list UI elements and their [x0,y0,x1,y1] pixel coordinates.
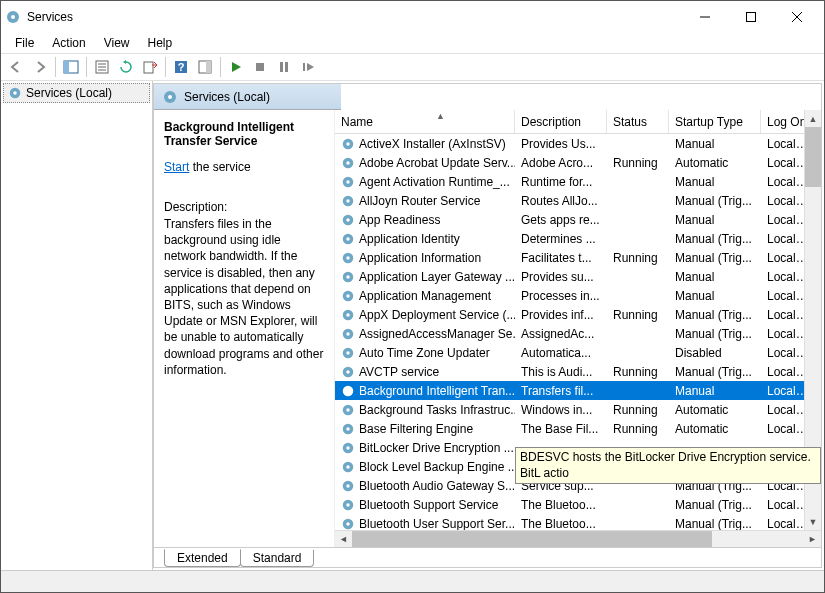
action-pane-button[interactable] [194,56,216,78]
service-name: AVCTP service [359,365,439,379]
service-row[interactable]: AllJoyn Router ServiceRoutes AllJo...Man… [335,191,821,210]
tree-root[interactable]: Services (Local) [3,83,150,103]
service-row[interactable]: Application Layer Gateway ...Provides su… [335,267,821,286]
svg-rect-19 [285,62,288,72]
tree-pane: Services (Local) [1,81,153,570]
svg-point-24 [168,95,172,99]
svg-text:?: ? [178,61,185,73]
menu-view[interactable]: View [96,34,138,52]
back-button[interactable] [5,56,27,78]
service-row[interactable]: Adobe Acrobat Update Serv...Adobe Acro..… [335,153,821,172]
pane-header-label: Services (Local) [184,90,270,104]
service-name: Bluetooth User Support Ser... [359,517,515,531]
service-icon [341,403,355,417]
service-row[interactable]: AVCTP serviceThis is Audi...RunningManua… [335,362,821,381]
service-icon [341,175,355,189]
horizontal-scrollbar[interactable]: ◄ ► [335,530,821,547]
restart-service-button[interactable] [297,56,319,78]
maximize-button[interactable] [728,1,774,33]
service-name: BitLocker Drive Encryption ... [359,441,514,455]
service-row[interactable]: AssignedAccessManager Se...AssignedAc...… [335,324,821,343]
show-hide-tree-button[interactable] [60,56,82,78]
svg-point-44 [346,313,350,317]
service-row[interactable]: Bluetooth Support ServiceThe Bluetoo...M… [335,495,821,514]
scroll-down-icon[interactable]: ▼ [805,513,821,530]
service-name: Application Information [359,251,481,265]
service-row[interactable]: Application InformationFacilitates t...R… [335,248,821,267]
properties-button[interactable] [91,56,113,78]
service-row[interactable]: Auto Time Zone UpdaterAutomatica...Disab… [335,343,821,362]
svg-point-34 [346,218,350,222]
svg-point-38 [346,256,350,260]
service-status: Running [607,156,669,170]
v-scroll-thumb[interactable] [805,127,821,187]
service-row[interactable]: Background Tasks Infrastruc...Windows in… [335,400,821,419]
service-icon [341,422,355,436]
service-startup: Manual (Trig... [669,517,761,531]
service-row[interactable]: Agent Activation Runtime_...Runtime for.… [335,172,821,191]
svg-point-46 [346,332,350,336]
col-status[interactable]: Status [607,110,669,133]
menu-help[interactable]: Help [140,34,181,52]
service-row[interactable]: Application ManagementProcesses in...Man… [335,286,821,305]
svg-point-1 [11,15,15,19]
service-startup: Manual (Trig... [669,194,761,208]
scroll-left-icon[interactable]: ◄ [335,531,352,548]
scroll-up-icon[interactable]: ▲ [805,110,821,127]
service-icon [341,384,355,398]
svg-point-30 [346,180,350,184]
svg-point-42 [346,294,350,298]
service-status: Running [607,403,669,417]
service-startup: Manual (Trig... [669,251,761,265]
tab-extended[interactable]: Extended [164,549,241,567]
services-list: Name▲ Description Status Startup Type Lo… [334,110,821,547]
service-icon [341,194,355,208]
service-startup: Automatic [669,403,761,417]
close-button[interactable] [774,1,820,33]
refresh-button[interactable] [115,56,137,78]
col-description[interactable]: Description [515,110,607,133]
minimize-button[interactable] [682,1,728,33]
svg-rect-20 [303,63,305,71]
tab-standard[interactable]: Standard [240,550,315,567]
service-desc: Provides Us... [515,137,607,151]
start-service-link[interactable]: Start [164,160,189,174]
app-icon [5,9,21,25]
service-row[interactable]: ActiveX Installer (AxInstSV)Provides Us.… [335,134,821,153]
service-desc: Runtime for... [515,175,607,189]
view-tabs: Extended Standard [154,547,821,567]
service-row[interactable]: Bluetooth User Support Ser...The Bluetoo… [335,514,821,530]
service-row[interactable]: Base Filtering EngineThe Base Fil...Runn… [335,419,821,438]
help-button[interactable]: ? [170,56,192,78]
scroll-right-icon[interactable]: ► [804,531,821,548]
detail-pane: Background Intelligent Transfer Service … [154,110,334,547]
service-icon [341,441,355,455]
service-desc: The Bluetoo... [515,517,607,531]
menu-file[interactable]: File [7,34,42,52]
export-list-button[interactable] [139,56,161,78]
service-startup: Manual (Trig... [669,498,761,512]
col-name[interactable]: Name▲ [335,110,515,133]
service-icon [341,460,355,474]
service-startup: Manual (Trig... [669,308,761,322]
service-row[interactable]: App ReadinessGets apps re...ManualLocal … [335,210,821,229]
stop-service-button[interactable] [249,56,271,78]
svg-point-64 [346,503,350,507]
service-row[interactable]: Application IdentityDetermines ...Manual… [335,229,821,248]
svg-point-56 [346,427,350,431]
service-name: Background Tasks Infrastruc... [359,403,515,417]
service-name: Bluetooth Support Service [359,498,498,512]
service-row[interactable]: Background Intelligent Tran...Transfers … [335,381,821,400]
svg-rect-18 [280,62,283,72]
start-service-button[interactable] [225,56,247,78]
pause-service-button[interactable] [273,56,295,78]
service-row[interactable]: AppX Deployment Service (...Provides inf… [335,305,821,324]
svg-point-26 [346,142,350,146]
forward-button[interactable] [29,56,51,78]
h-scroll-thumb[interactable] [352,531,712,547]
menu-action[interactable]: Action [44,34,93,52]
service-desc: Gets apps re... [515,213,607,227]
service-desc: Facilitates t... [515,251,607,265]
col-startup[interactable]: Startup Type [669,110,761,133]
pane-header-icon [162,89,178,105]
